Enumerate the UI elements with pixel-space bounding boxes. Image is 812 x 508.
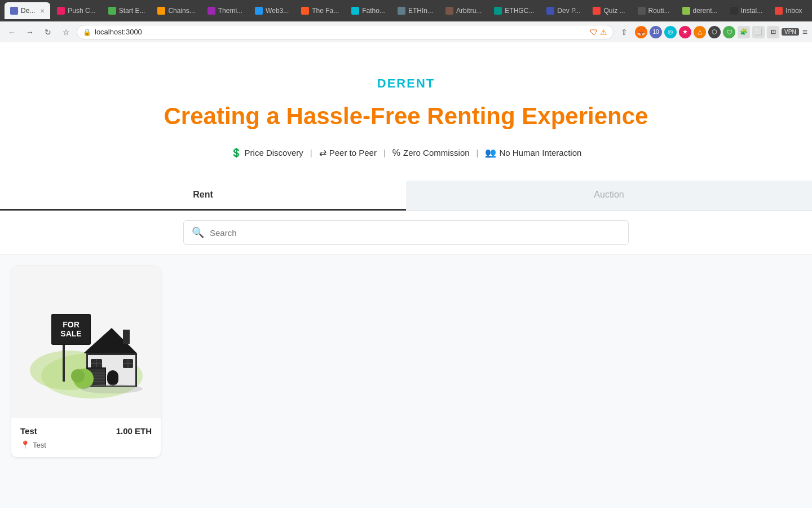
search-input[interactable]	[210, 228, 620, 238]
feature-peer-to-peer: ⇄ Peer to Peer	[319, 147, 377, 158]
zero-commission-label: Zero Commission	[403, 148, 470, 157]
back-button[interactable]: ←	[5, 25, 19, 40]
tab-favicon	[730, 7, 738, 15]
property-name: Test	[20, 426, 37, 436]
tab-favicon	[57, 7, 65, 15]
tab-notifi[interactable]: Notific...	[809, 2, 812, 19]
tab-derent2[interactable]: derent...	[677, 2, 723, 19]
tab-web3[interactable]: Web3...	[249, 2, 294, 19]
no-human-icon: 👥	[485, 147, 496, 158]
svg-rect-10	[123, 330, 130, 344]
tab-chains[interactable]: Chains...	[152, 2, 200, 19]
sidebar-icon[interactable]: ⬜	[752, 26, 765, 38]
tab-favicon	[682, 7, 690, 15]
house-illustration: FOR SALE	[24, 280, 148, 404]
extension-icons: 🦊 10 ◎ ★ △ ⬡ 🛡 🧩 ⬜ ⊡ VPN ≡	[635, 26, 807, 38]
tab-close-icon[interactable]: ✕	[40, 8, 45, 14]
tab-start[interactable]: Start E...	[103, 2, 151, 19]
svg-text:SALE: SALE	[60, 329, 81, 338]
tab-label: Push C...	[68, 7, 95, 15]
tab-favicon	[351, 7, 359, 15]
vpn-badge[interactable]: VPN	[782, 28, 799, 36]
screen-icon[interactable]: ⊡	[767, 26, 779, 38]
main-tabs: Rent Auction	[0, 181, 812, 211]
card-info: Test 1.00 ETH 📍 Test	[11, 418, 161, 457]
feature-price-discovery: 💲 Price Discovery	[231, 147, 303, 158]
page-content: DERENT Creating a Hassle-Free Renting Ex…	[0, 42, 812, 508]
location-pin-icon: 📍	[20, 440, 30, 449]
address-text: localhost:3000	[95, 28, 586, 36]
tab-routi[interactable]: Routi...	[632, 2, 676, 19]
browser-menu-button[interactable]: ≡	[802, 27, 807, 37]
price-discovery-icon: 💲	[231, 147, 242, 158]
auction-tab[interactable]: Auction	[406, 181, 812, 211]
peer-to-peer-icon: ⇄	[319, 147, 326, 158]
tab-favicon	[398, 7, 405, 15]
tab-favicon	[157, 7, 165, 15]
tab-label: ETHGC...	[505, 7, 534, 15]
svg-point-25	[71, 369, 85, 383]
card-top: Test 1.00 ETH	[20, 426, 152, 436]
tab-label: Arbitru...	[456, 7, 482, 15]
tab-label: Start E...	[119, 7, 145, 15]
tab-label: Inbox	[785, 7, 802, 15]
tab-label: Fatho...	[362, 7, 385, 15]
tab-favicon	[208, 7, 215, 15]
tab-favicon	[255, 7, 263, 15]
content-area: FOR SALE	[0, 255, 812, 468]
tab-favicon	[301, 7, 309, 15]
ext-icon-badge[interactable]: 10	[650, 26, 662, 38]
tab-favicon	[108, 7, 116, 15]
tab-favicon	[638, 7, 646, 15]
tab-favicon	[546, 7, 554, 15]
tab-favicon	[445, 7, 453, 15]
feature-zero-commission: % Zero Commission	[392, 148, 470, 158]
property-card[interactable]: FOR SALE	[11, 266, 161, 457]
card-image: FOR SALE	[11, 266, 161, 418]
tab-label: Quiz ...	[603, 7, 625, 15]
feature-separator-3: |	[476, 148, 479, 157]
ext-icon-3[interactable]: ★	[679, 26, 691, 38]
ext-icon-1[interactable]: 🦊	[635, 26, 647, 38]
tab-theme[interactable]: Themi...	[202, 2, 248, 19]
tab-fathor[interactable]: Fatho...	[346, 2, 391, 19]
tab-quiz[interactable]: Quiz ...	[587, 2, 630, 19]
tab-label: Routi...	[648, 7, 670, 15]
zero-commission-icon: %	[392, 148, 400, 158]
hero-section: DERENT Creating a Hassle-Free Renting Ex…	[0, 42, 812, 181]
tab-instal[interactable]: Instal...	[725, 2, 769, 19]
forward-button[interactable]: →	[23, 25, 37, 40]
tab-the-fa[interactable]: The Fa...	[295, 2, 345, 19]
tab-push[interactable]: Push C...	[51, 2, 101, 19]
share-button[interactable]: ⇧	[617, 25, 632, 40]
address-bar[interactable]: 🔒 localhost:3000 🛡 ⚠	[77, 25, 614, 40]
tab-label: ETHIn...	[408, 7, 433, 15]
ext-icon-6[interactable]: 🛡	[723, 26, 735, 38]
feature-no-human-interaction: 👥 No Human Interaction	[485, 147, 581, 158]
feature-separator-2: |	[383, 148, 386, 157]
card-location: 📍 Test	[20, 440, 152, 449]
tab-ethin[interactable]: ETHIn...	[392, 2, 439, 19]
ext-icon-4[interactable]: △	[694, 26, 706, 38]
tab-inbox[interactable]: Inbox	[769, 2, 807, 19]
tab-arbitru[interactable]: Arbitru...	[440, 2, 487, 19]
tab-favicon	[593, 7, 601, 15]
ext-icon-2[interactable]: ◎	[664, 26, 677, 38]
feature-separator-1: |	[310, 148, 312, 157]
rent-tab[interactable]: Rent	[0, 181, 406, 211]
warning-icon: ⚠	[600, 28, 607, 37]
reload-button[interactable]: ↻	[41, 25, 55, 40]
no-human-label: No Human Interaction	[499, 148, 581, 157]
hero-headline: Creating a Hassle-Free Renting Experienc…	[11, 102, 801, 130]
tab-devp[interactable]: Dev P...	[541, 2, 586, 19]
tab-label: derent...	[693, 7, 718, 15]
tab-active[interactable]: De... ✕	[5, 2, 50, 19]
search-section: 🔍	[0, 211, 812, 255]
tab-label: Web3...	[266, 7, 289, 15]
svg-rect-11	[107, 370, 118, 386]
bookmark-button[interactable]: ☆	[59, 25, 73, 40]
puzzle-icon[interactable]: 🧩	[738, 26, 750, 38]
tab-ethgc[interactable]: ETHGC...	[488, 2, 540, 19]
ext-icon-5[interactable]: ⬡	[708, 26, 721, 38]
lock-icon: 🔒	[83, 28, 91, 36]
